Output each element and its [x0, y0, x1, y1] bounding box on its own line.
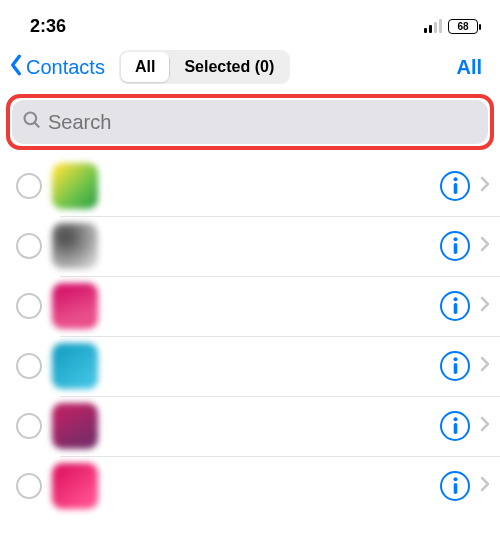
- search-highlight: [6, 94, 494, 150]
- info-icon: [452, 177, 459, 195]
- contact-name-redacted: [108, 351, 430, 381]
- back-button[interactable]: Contacts: [8, 54, 105, 81]
- info-button[interactable]: [440, 471, 470, 501]
- segment-all[interactable]: All: [121, 52, 169, 82]
- select-radio[interactable]: [16, 173, 42, 199]
- battery-percent: 68: [457, 21, 468, 32]
- chevron-right-icon: [480, 176, 490, 196]
- contacts-list: [0, 156, 500, 516]
- svg-rect-5: [453, 243, 457, 254]
- info-button[interactable]: [440, 411, 470, 441]
- info-button[interactable]: [440, 291, 470, 321]
- search-input[interactable]: [48, 111, 478, 134]
- svg-line-1: [35, 123, 39, 127]
- status-right: 68: [424, 19, 478, 34]
- info-icon: [452, 417, 459, 435]
- contact-name-redacted: [108, 471, 430, 501]
- back-label: Contacts: [26, 56, 105, 79]
- segmented-control: All Selected (0): [119, 50, 290, 84]
- info-icon: [452, 297, 459, 315]
- svg-point-6: [453, 297, 457, 301]
- battery-icon: 68: [448, 19, 478, 34]
- svg-rect-7: [453, 303, 457, 314]
- select-radio[interactable]: [16, 473, 42, 499]
- chevron-left-icon: [8, 54, 24, 81]
- chevron-right-icon: [480, 476, 490, 496]
- avatar: [52, 343, 98, 389]
- avatar: [52, 403, 98, 449]
- info-icon: [452, 477, 459, 495]
- svg-rect-13: [453, 483, 457, 494]
- svg-rect-3: [453, 183, 457, 194]
- svg-point-4: [453, 237, 457, 241]
- info-button[interactable]: [440, 231, 470, 261]
- svg-point-10: [453, 417, 457, 421]
- contact-row[interactable]: [0, 276, 500, 336]
- info-button[interactable]: [440, 171, 470, 201]
- contact-name-redacted: [108, 291, 430, 321]
- contact-row[interactable]: [0, 456, 500, 516]
- navigation-bar: Contacts All Selected (0) All: [0, 44, 500, 94]
- search-field[interactable]: [12, 100, 488, 144]
- avatar: [52, 283, 98, 329]
- contact-name-redacted: [108, 231, 430, 261]
- avatar: [52, 163, 98, 209]
- cellular-signal-icon: [424, 19, 442, 33]
- segment-selected[interactable]: Selected (0): [170, 52, 288, 82]
- select-radio[interactable]: [16, 353, 42, 379]
- select-radio[interactable]: [16, 233, 42, 259]
- search-icon: [22, 110, 42, 134]
- contact-row[interactable]: [0, 336, 500, 396]
- contact-name-redacted: [108, 171, 430, 201]
- status-bar: 2:36 68: [0, 0, 500, 44]
- select-radio[interactable]: [16, 293, 42, 319]
- svg-point-8: [453, 357, 457, 361]
- avatar: [52, 463, 98, 509]
- info-icon: [452, 357, 459, 375]
- svg-point-12: [453, 477, 457, 481]
- chevron-right-icon: [480, 356, 490, 376]
- chevron-right-icon: [480, 416, 490, 436]
- contact-row[interactable]: [0, 156, 500, 216]
- svg-rect-9: [453, 363, 457, 374]
- select-radio[interactable]: [16, 413, 42, 439]
- contact-name-redacted: [108, 411, 430, 441]
- chevron-right-icon: [480, 236, 490, 256]
- contact-row[interactable]: [0, 216, 500, 276]
- svg-point-2: [453, 177, 457, 181]
- avatar: [52, 223, 98, 269]
- info-icon: [452, 237, 459, 255]
- svg-rect-11: [453, 423, 457, 434]
- select-all-button[interactable]: All: [456, 56, 486, 79]
- chevron-right-icon: [480, 296, 490, 316]
- info-button[interactable]: [440, 351, 470, 381]
- contact-row[interactable]: [0, 396, 500, 456]
- status-time: 2:36: [30, 16, 66, 37]
